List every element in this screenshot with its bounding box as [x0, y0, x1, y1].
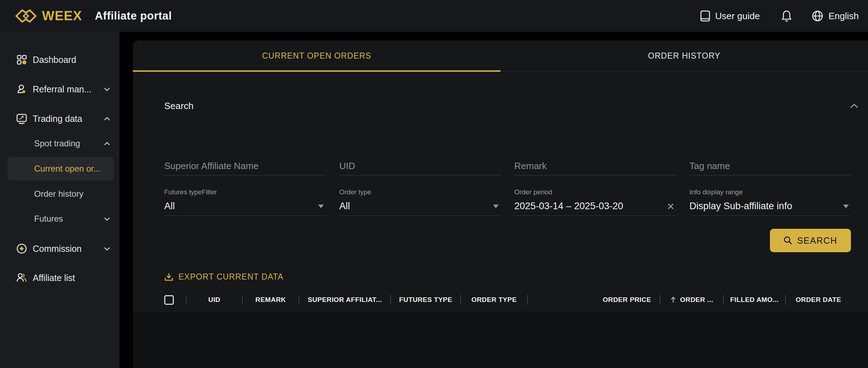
search-button[interactable]: SEARCH — [770, 229, 851, 252]
sidebar-item-label: Spot trading — [34, 139, 101, 148]
order-period-picker[interactable]: 2025-03-14 – 2025-03-20 — [514, 197, 676, 216]
remark-input[interactable] — [514, 161, 676, 172]
sidebar: Dashboard Referral man... — [0, 32, 119, 368]
column-header-order-date[interactable]: ORDER DATE — [786, 296, 851, 304]
select-all-checkbox[interactable] — [164, 295, 174, 305]
top-bar-actions: User guide English — [700, 10, 859, 22]
search-button-label: SEARCH — [797, 236, 837, 246]
select-label: Order type — [339, 188, 501, 197]
sort-up-arrow-icon[interactable] — [670, 296, 676, 303]
table-body-empty — [133, 312, 868, 368]
tag-name-input[interactable] — [690, 161, 851, 172]
chevron-up-icon — [104, 117, 110, 121]
export-current-data-button[interactable]: EXPORT CURRENT DATA — [133, 272, 868, 282]
table-header-row: UID REMARK SUPERIOR AFFILIAT... FUTURES … — [133, 292, 868, 308]
info-display-range-select[interactable]: Display Sub-affiliate info — [690, 197, 851, 216]
sidebar-item-referral-management[interactable]: Referral man... — [0, 80, 119, 98]
sidebar-item-label: Order history — [34, 189, 110, 199]
sidebar-item-label: Referral man... — [33, 84, 101, 94]
sidebar-item-label: Affiliate list — [33, 273, 110, 283]
notifications-button[interactable] — [781, 10, 793, 22]
collapse-chevron-up-icon[interactable] — [850, 103, 859, 109]
people-icon — [16, 273, 28, 283]
remark-field — [514, 157, 676, 175]
book-icon — [700, 10, 711, 22]
sidebar-item-label: Trading data — [33, 114, 101, 124]
date-range-value: 2025-03-14 – 2025-03-20 — [514, 201, 623, 212]
chevron-up-icon — [104, 142, 110, 146]
caret-down-icon — [493, 205, 499, 208]
user-guide-label: User guide — [715, 11, 760, 22]
sidebar-item-label: Futures — [34, 214, 101, 224]
column-header-futures-type[interactable]: FUTURES TYPE — [391, 296, 460, 304]
top-bar: WEEX Affiliate portal User guide — [0, 0, 868, 32]
language-selector[interactable]: English — [811, 10, 859, 22]
sidebar-item-spot-trading[interactable]: Spot trading — [0, 134, 119, 153]
sidebar-item-order-history[interactable]: Order history — [0, 185, 119, 203]
column-header-superior-affiliate[interactable]: SUPERIOR AFFILIAT... — [299, 296, 390, 304]
export-label: EXPORT CURRENT DATA — [178, 272, 283, 282]
tab-current-open-orders[interactable]: CURRENT OPEN ORDERS — [133, 40, 500, 71]
brand: WEEX Affiliate portal — [14, 8, 172, 24]
commission-icon — [16, 243, 28, 254]
order-type-filter: Order type All — [339, 188, 501, 216]
page-title: Affiliate portal — [95, 10, 172, 22]
select-value: All — [164, 201, 175, 212]
weex-logo-icon — [14, 8, 38, 24]
column-header-order-price[interactable]: ORDER PRICE — [589, 296, 660, 304]
futures-type-filter: Futures typeFilter All — [164, 188, 326, 216]
select-value: Display Sub-affiliate info — [690, 201, 792, 212]
globe-icon — [811, 10, 824, 22]
dashboard-icon — [16, 55, 28, 65]
column-header-remark[interactable]: REMARK — [243, 296, 299, 304]
search-section-title: Search — [164, 101, 193, 112]
search-section: Search — [133, 72, 868, 252]
order-type-select[interactable]: All — [339, 197, 501, 216]
select-label: Info display range — [690, 188, 851, 197]
uid-field — [339, 157, 501, 175]
magnifier-icon — [783, 236, 793, 245]
download-icon — [164, 272, 173, 282]
select-label: Futures typeFilter — [164, 188, 326, 197]
content-panel: CURRENT OPEN ORDERS ORDER HISTORY Search — [133, 40, 868, 368]
user-guide-button[interactable]: User guide — [700, 10, 760, 22]
order-period-filter: Order period 2025-03-14 – 2025-03-20 — [514, 188, 676, 216]
futures-type-select[interactable]: All — [164, 197, 326, 216]
column-header-uid[interactable]: UID — [187, 296, 242, 304]
info-display-range-filter: Info display range Display Sub-affiliate… — [690, 188, 851, 216]
chevron-down-icon — [104, 247, 110, 251]
tag-name-field — [690, 157, 851, 175]
trading-monitor-icon — [16, 113, 28, 124]
person-icon — [16, 84, 28, 94]
tab-bar: CURRENT OPEN ORDERS ORDER HISTORY — [133, 40, 868, 72]
column-header-order-type[interactable]: ORDER TYPE — [461, 296, 527, 304]
column-header-label: ORDER ... — [680, 296, 713, 304]
chevron-down-icon — [104, 217, 110, 221]
caret-down-icon — [318, 205, 324, 208]
bell-icon — [781, 10, 793, 22]
superior-affiliate-name-field — [164, 157, 326, 175]
sidebar-item-futures[interactable]: Futures — [0, 210, 119, 228]
chevron-down-icon — [104, 87, 110, 91]
superior-affiliate-name-input[interactable] — [164, 161, 326, 172]
caret-down-icon — [843, 205, 849, 208]
sidebar-item-label: Current open or... — [34, 164, 105, 174]
select-value: All — [339, 201, 350, 212]
language-label: English — [829, 11, 859, 22]
main-area: CURRENT OPEN ORDERS ORDER HISTORY Search — [119, 32, 868, 368]
sidebar-item-current-open-orders[interactable]: Current open or... — [7, 157, 114, 180]
tab-label: CURRENT OPEN ORDERS — [262, 51, 371, 61]
sidebar-item-label: Dashboard — [33, 55, 110, 65]
sidebar-item-affiliate-list[interactable]: Affiliate list — [0, 269, 119, 287]
column-header-filled-amount[interactable]: FILLED AMO... — [724, 296, 785, 304]
sidebar-item-dashboard[interactable]: Dashboard — [0, 50, 119, 69]
tab-label: ORDER HISTORY — [648, 51, 720, 61]
uid-input[interactable] — [339, 161, 501, 172]
column-header-order-quantity[interactable]: ORDER ... — [660, 296, 723, 304]
sidebar-item-label: Commission — [33, 244, 101, 254]
clear-date-icon[interactable] — [667, 202, 675, 210]
sidebar-item-trading-data[interactable]: Trading data — [0, 109, 119, 128]
app-root: WEEX Affiliate portal User guide — [0, 0, 868, 368]
tab-order-history[interactable]: ORDER HISTORY — [500, 40, 868, 71]
sidebar-item-commission[interactable]: Commission — [0, 239, 119, 258]
